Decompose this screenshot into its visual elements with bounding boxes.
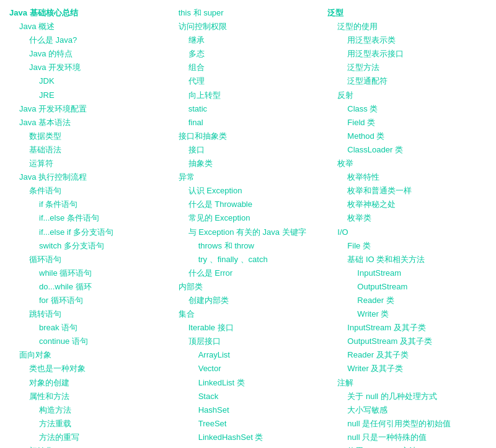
list-item[interactable]: 枚举特性 [327,170,480,184]
list-item[interactable]: switch 多分支语句 [9,239,162,253]
list-item[interactable]: LinkedList 类 [169,376,322,390]
list-item[interactable]: 泛型 [327,6,480,20]
list-item[interactable]: while 循环语句 [9,266,162,280]
list-item[interactable]: 集合 [169,307,322,321]
list-item[interactable]: PriorityQueue [169,444,322,448]
list-item[interactable]: 使用 Null-Safe 方法 [327,444,480,448]
list-item[interactable]: 对象的创建 [9,376,162,390]
list-item[interactable]: 属性和方法 [9,390,162,403]
list-item[interactable]: 用泛型表示接口 [327,47,480,61]
list-item[interactable]: TreeSet [169,417,322,431]
list-item[interactable]: 枚举类 [327,211,480,225]
list-item[interactable]: Iterable 接口 [169,321,322,335]
list-item[interactable]: 什么是 Error [169,266,322,280]
list-item[interactable]: LinkedHashSet 类 [169,431,322,444]
list-item[interactable]: OutputStream 及其子类 [327,335,480,348]
list-item[interactable]: HashSet [169,403,322,417]
list-item[interactable]: for 循环语句 [9,294,162,307]
list-item[interactable]: 泛型方法 [327,61,480,74]
list-item[interactable]: 枚举神秘之处 [327,198,480,211]
list-item[interactable]: 抽象类 [169,157,322,170]
list-item[interactable]: 什么是 Throwable [169,198,322,211]
list-item[interactable]: 枚举和普通类一样 [327,184,480,198]
list-item[interactable]: Java 的特点 [9,47,162,61]
list-item[interactable]: 与 Exception 有关的 Java 关键字 [169,226,322,239]
list-item[interactable]: 常见的 Exception [169,211,322,225]
list-item[interactable]: ArrayList [169,348,322,362]
list-item[interactable]: 枚举 [327,157,480,170]
list-item[interactable]: 什么是 Java? [9,33,162,47]
column-1: Java 基础核心总结Java 概述什么是 Java?Java 的特点Java … [9,6,169,448]
list-item[interactable]: I/O [327,226,480,239]
list-item[interactable]: 异常 [169,170,322,184]
list-item[interactable]: static [169,102,322,116]
list-item[interactable]: 数据类型 [9,130,162,143]
list-item[interactable]: break 语句 [9,321,162,335]
list-item[interactable]: null 是任何引用类型的初始值 [327,417,480,431]
list-item[interactable]: JDK [9,74,162,88]
list-item[interactable]: try 、finally 、catch [169,253,322,266]
list-item[interactable]: 接口 [169,143,322,157]
list-item[interactable]: 方法的重写 [9,431,162,444]
list-item[interactable]: JRE [9,89,162,102]
list-item[interactable]: File 类 [327,239,480,253]
list-item[interactable]: 面向对象 [9,348,162,362]
list-item[interactable]: 方法重载 [9,417,162,431]
list-item[interactable]: Java 概述 [9,20,162,33]
list-item[interactable]: Java 基础核心总结 [9,6,162,20]
list-item[interactable]: 反射 [327,89,480,102]
list-item[interactable]: Java 基本语法 [9,116,162,130]
list-item[interactable]: Java 开发环境 [9,61,162,74]
list-item[interactable]: 创建内部类 [169,294,322,307]
list-item[interactable]: Writer 及其子类 [327,362,480,376]
list-item[interactable]: 条件语句 [9,184,162,198]
list-item[interactable]: 构造方法 [9,403,162,417]
list-item[interactable]: 类也是一种对象 [9,362,162,376]
list-item[interactable]: 内部类 [169,280,322,294]
list-item[interactable]: 跳转语句 [9,307,162,321]
list-item[interactable]: if...else 条件语句 [9,211,162,225]
list-item[interactable]: 泛型通配符 [327,74,480,88]
list-item[interactable]: 初始化 [9,444,162,448]
list-item[interactable]: InputStream 及其子类 [327,321,480,335]
list-item[interactable]: if 条件语句 [9,198,162,211]
list-item[interactable]: 关于 null 的几种处理方式 [327,390,480,403]
list-item[interactable]: 用泛型表示类 [327,33,480,47]
list-item[interactable]: throws 和 throw [169,239,322,253]
list-item[interactable]: 泛型的使用 [327,20,480,33]
list-item[interactable]: ClassLoader 类 [327,143,480,157]
list-item[interactable]: Java 开发环境配置 [9,102,162,116]
list-item[interactable]: 继承 [169,33,322,47]
list-item[interactable]: 循环语句 [9,253,162,266]
list-item[interactable]: continue 语句 [9,335,162,348]
list-item[interactable]: 基础 IO 类和相关方法 [327,253,480,266]
list-item[interactable]: Stack [169,390,322,403]
list-item[interactable]: 认识 Exception [169,184,322,198]
list-item[interactable]: this 和 super [169,6,322,20]
list-item[interactable]: 基础语法 [9,143,162,157]
list-item[interactable]: 组合 [169,61,322,74]
list-item[interactable]: if...else if 多分支语句 [9,226,162,239]
list-item[interactable]: 大小写敏感 [327,403,480,417]
list-item[interactable]: do...while 循环 [9,280,162,294]
list-item[interactable]: 接口和抽象类 [169,130,322,143]
list-item[interactable]: Java 执行控制流程 [9,170,162,184]
list-item[interactable]: Class 类 [327,102,480,116]
list-item[interactable]: 访问控制权限 [169,20,322,33]
list-item[interactable]: Reader 类 [327,294,480,307]
list-item[interactable]: final [169,116,322,130]
list-item[interactable]: 顶层接口 [169,335,322,348]
list-item[interactable]: 运算符 [9,157,162,170]
list-item[interactable]: InputStream [327,266,480,280]
list-item[interactable]: Field 类 [327,116,480,130]
list-item[interactable]: 注解 [327,376,480,390]
list-item[interactable]: 向上转型 [169,89,322,102]
list-item[interactable]: 代理 [169,74,322,88]
list-item[interactable]: Writer 类 [327,307,480,321]
list-item[interactable]: Method 类 [327,130,480,143]
list-item[interactable]: 多态 [169,47,322,61]
list-item[interactable]: null 只是一种特殊的值 [327,431,480,444]
list-item[interactable]: Reader 及其子类 [327,348,480,362]
list-item[interactable]: OutputStream [327,280,480,294]
list-item[interactable]: Vector [169,362,322,376]
